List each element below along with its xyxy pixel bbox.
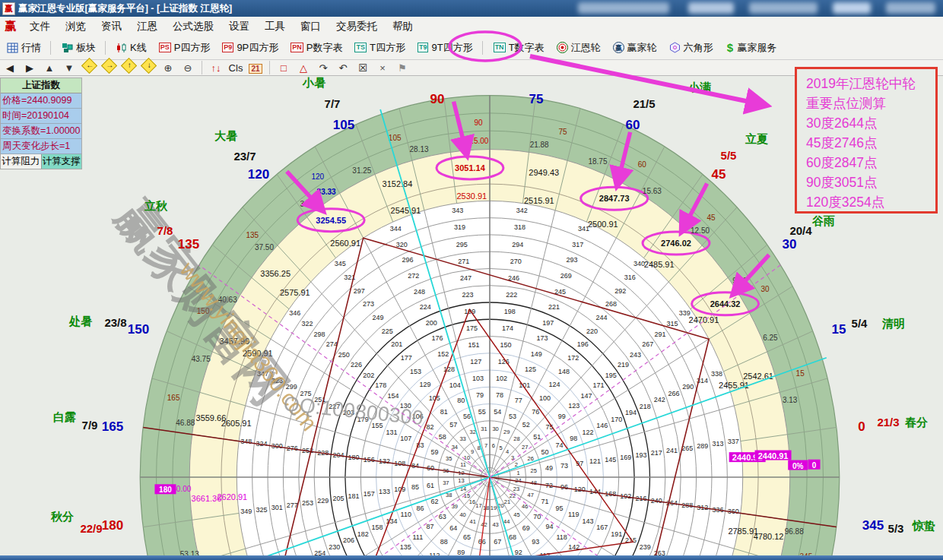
toolbar-button-9P四方形[interactable]: P99P四方形 [217,38,284,58]
flag-button[interactable]: ⚑ [392,61,412,75]
wheel-degree-label-30: 30 [783,237,797,252]
cls-button-icon: Cls [229,62,243,74]
svg-text:226: 226 [351,361,362,369]
svg-text:167: 167 [596,524,608,531]
toolbar-button-P数字表[interactable]: PNP数字表 [285,38,348,58]
menu-item-0[interactable]: 文件 [22,18,58,35]
svg-text:6: 6 [492,442,495,449]
svg-text:194: 194 [625,409,637,416]
menu-item-9[interactable]: 帮助 [385,18,421,35]
toolbar-button-T数字表[interactable]: TNT数字表 [488,38,550,58]
zoom-out-button-icon: ⊖ [184,62,192,74]
calc-support-button[interactable]: 计算支撑 [42,154,82,169]
updown-scale-button[interactable]: ↑↓ [206,61,226,75]
svg-text:5: 5 [499,445,502,451]
PN-icon: PN [291,43,303,52]
toolbar-button-label: T四方形 [370,41,405,55]
window-controls[interactable] [886,2,935,14]
triangle-tool-button[interactable]: △ [294,61,313,75]
menu-item-8[interactable]: 交易委托 [329,18,385,35]
svg-text:2455.91: 2455.91 [719,381,749,390]
menu-item-2[interactable]: 资讯 [94,18,129,35]
pan-left-button[interactable]: ← [79,60,99,75]
menu-item-3[interactable]: 江恩 [129,18,165,35]
delete-box-button[interactable]: ☒ [353,61,373,75]
menu-item-4[interactable]: 公式选股 [165,18,221,35]
svg-text:253: 253 [302,499,313,507]
svg-text:169: 169 [620,454,631,461]
svg-text:178: 178 [375,381,386,389]
separator [269,61,270,74]
zoom-out-button[interactable]: ⊖ [178,61,198,75]
svg-text:177: 177 [401,354,412,362]
toolbar-button-T四方形[interactable]: TST四方形 [349,38,410,58]
zoom-in-button-icon: ⊕ [164,62,173,74]
rotate-cw-button[interactable]: ↶ [333,61,353,75]
svg-text:290: 290 [682,383,694,391]
pan-up-button[interactable]: ↑ [119,60,138,75]
prev-arrow[interactable]: ◀ [0,61,20,75]
toolbar-button-行情[interactable]: 行情 [2,38,46,58]
toolbar-button-label: 六角形 [684,41,713,55]
toolbar-button-赢家服务[interactable]: $赢家服务 [720,38,783,58]
cls-button[interactable]: Cls [226,61,246,75]
menu-logo: 赢 [0,19,22,33]
svg-text:125: 125 [525,365,536,373]
zoom-in-button[interactable]: ⊕ [158,61,178,75]
quote-table-icon [7,43,18,53]
svg-text:17: 17 [475,502,481,509]
svg-text:86: 86 [417,505,424,512]
toolbar-button-板块[interactable]: 板块 [56,38,101,58]
svg-text:173: 173 [537,334,548,342]
svg-text:33.33: 33.33 [317,188,336,196]
calendar-button[interactable]: 21 [246,61,265,75]
toolbar-button-label: K线 [130,41,147,55]
svg-text:135: 135 [246,231,259,239]
rotate-left-arrow[interactable]: ▲ [40,61,59,75]
pan-down-button[interactable]: ↓ [138,60,158,75]
toolbar-button-K线[interactable]: K线 [111,38,152,58]
pan-up-button-icon: ↑ [120,58,136,74]
toolbar-button-P四方形[interactable]: PSP四方形 [154,38,216,58]
calc-resistance-button[interactable]: 计算阻力 [1,154,42,169]
fit-button[interactable]: × [373,61,392,75]
svg-text:2515.91: 2515.91 [524,196,554,205]
pan-right-button[interactable]: → [99,60,119,75]
menu-item-7[interactable]: 窗口 [293,18,329,35]
square-tool-button[interactable]: □ [274,61,294,75]
menu-item-5[interactable]: 设置 [221,18,257,35]
svg-text:175: 175 [466,324,478,332]
toolbar-button-江恩轮[interactable]: 江恩轮 [551,38,606,58]
toolbar-button-label: 江恩轮 [571,41,601,55]
date-label: 7/9 [82,419,98,432]
svg-text:3051.14: 3051.14 [455,163,486,172]
wheel-degree-label-15: 15 [832,322,846,337]
svg-text:250: 250 [338,351,350,359]
svg-text:197: 197 [542,319,554,327]
toolbar-button-六角形[interactable]: 六角形 [664,38,719,58]
rotate-right-arrow[interactable]: ▼ [59,61,79,75]
toolbar-button-9T四方形[interactable]: T99T四方形 [412,38,478,58]
svg-text:58: 58 [439,433,446,441]
window-title: 赢家江恩专业版[赢家服务平台] - [上证指数 江恩轮] [18,2,232,15]
wheel-degree-label-60: 60 [626,118,640,132]
svg-text:181: 181 [348,492,360,500]
svg-text:148: 148 [558,368,570,375]
svg-text:269: 269 [560,272,572,280]
svg-text:243: 243 [630,351,641,359]
svg-text:119: 119 [568,511,579,518]
main-toolbar: 行情板块K线PSP四方形P99P四方形PNP数字表TST四方形T99T四方形TN… [0,36,943,60]
svg-text:68: 68 [509,533,516,541]
toolbar-button-label: 9T四方形 [431,41,472,55]
toolbar-button-赢家轮[interactable]: 赢赢家轮 [608,38,662,58]
svg-text:39: 39 [452,503,458,510]
svg-text:301: 301 [271,504,283,511]
menu-item-1[interactable]: 浏览 [58,18,94,35]
svg-text:34.38: 34.38 [300,200,319,208]
menu-item-6[interactable]: 工具 [257,18,293,35]
svg-text:268: 268 [605,300,617,308]
next-arrow[interactable]: ▶ [20,61,40,75]
svg-text:222: 222 [506,291,517,299]
svg-text:150: 150 [500,341,511,349]
rotate-ccw-button[interactable]: ↷ [313,61,333,75]
